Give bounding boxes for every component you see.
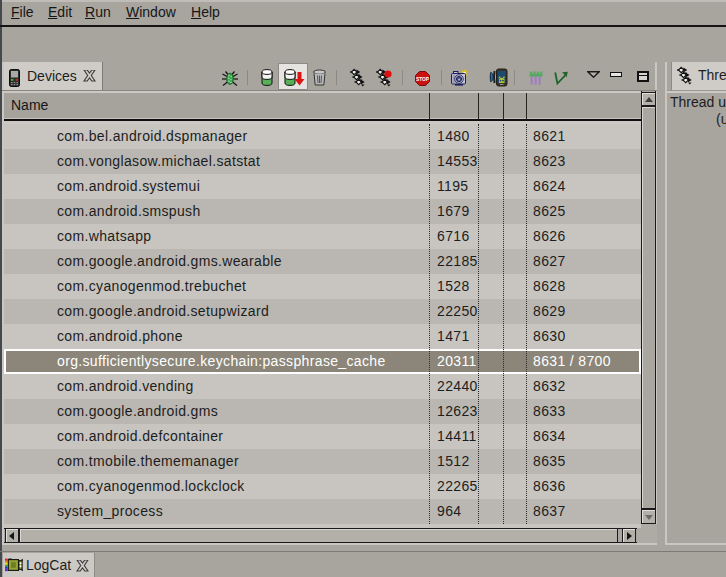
svg-text:STOP: STOP [416, 77, 430, 82]
